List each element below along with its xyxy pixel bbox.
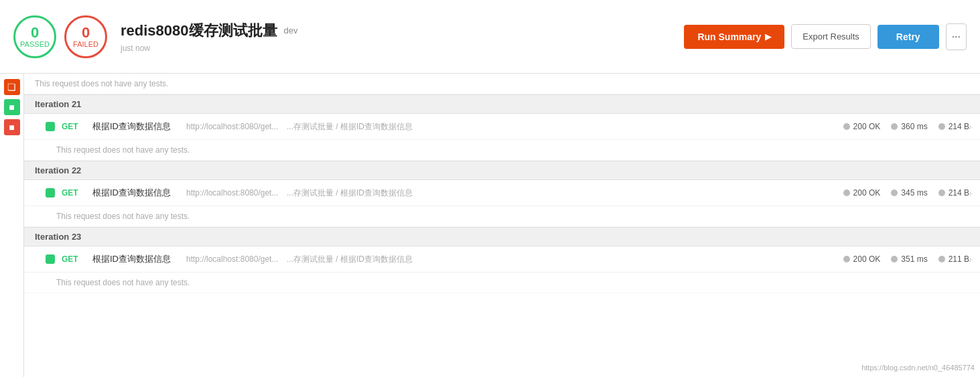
size-dot: [938, 256, 945, 262]
status-meta: 200 OK: [843, 188, 881, 198]
method-badge: GET: [62, 188, 86, 198]
time-text: 360 ms: [901, 122, 927, 131]
request-path: ...存测试批量 / 根据ID查询数据信息: [287, 254, 837, 265]
sidebar: ❏ ■ ■: [0, 74, 24, 377]
title-row: redis8080缓存测试批量 dev: [121, 21, 298, 41]
method-badge: GET: [62, 254, 86, 264]
status-text: 200 OK: [853, 188, 881, 198]
size-dot: [938, 123, 945, 130]
status-indicator: [46, 188, 55, 198]
status-meta: 200 OK: [843, 122, 881, 131]
time-text: 351 ms: [901, 254, 927, 264]
status-meta: 200 OK: [843, 254, 881, 264]
iteration-header: Iteration 23: [24, 227, 980, 246]
layout: ❏ ■ ■ This request does not have any tes…: [0, 74, 980, 377]
no-tests-message: This request does not have any tests.: [24, 273, 980, 293]
status-dot: [843, 256, 850, 262]
method-badge: GET: [62, 122, 86, 131]
size-meta: 214 B: [938, 122, 969, 131]
chevron-right-icon: ›: [969, 121, 972, 132]
status-indicator: [46, 122, 55, 131]
meta-group: 200 OK 351 ms 211 B: [843, 254, 969, 264]
request-url: http://localhost:8080/get...: [186, 254, 280, 264]
time-dot: [891, 123, 898, 130]
chevron-right-icon: ›: [969, 187, 972, 198]
size-meta: 214 B: [938, 188, 969, 198]
chevron-right-icon: ›: [969, 254, 972, 265]
status-dot: [843, 190, 850, 196]
status-text: 200 OK: [853, 254, 881, 264]
request-path: ...存测试批量 / 根据ID查询数据信息: [287, 187, 837, 199]
request-url: http://localhost:8080/get...: [186, 122, 280, 131]
timestamp: just now: [121, 44, 298, 53]
iteration-header: Iteration 21: [24, 94, 980, 114]
meta-group: 200 OK 345 ms 214 B: [843, 188, 969, 198]
run-summary-button[interactable]: Run Summary ▶: [684, 25, 784, 49]
main-content: This request does not have any tests. It…: [24, 74, 980, 377]
watermark: https://blog.csdn.net/n0_46485774: [861, 364, 975, 372]
request-row[interactable]: GET 根据ID查询数据信息 http://localhost:8080/get…: [24, 114, 980, 140]
request-name: 根据ID查询数据信息: [92, 121, 180, 133]
passed-count: 0: [31, 25, 39, 40]
run-summary-arrow-icon: ▶: [765, 32, 771, 42]
request-name: 根据ID查询数据信息: [92, 253, 180, 265]
time-meta: 345 ms: [891, 188, 927, 198]
request-path: ...存测试批量 / 根据ID查询数据信息: [287, 121, 837, 133]
request-row[interactable]: GET 根据ID查询数据信息 http://localhost:8080/get…: [24, 180, 980, 206]
request-row[interactable]: GET 根据ID查询数据信息 http://localhost:8080/get…: [24, 246, 980, 273]
status-text: 200 OK: [853, 122, 881, 131]
failed-badge: 0 FAILED: [64, 15, 107, 58]
size-meta: 211 B: [938, 254, 969, 264]
time-dot: [891, 256, 898, 262]
sidebar-icon-failed[interactable]: ■: [4, 119, 20, 135]
export-results-button[interactable]: Export Results: [791, 24, 871, 49]
failed-label: FAILED: [73, 40, 98, 48]
size-dot: [938, 190, 945, 196]
no-tests-message: This request does not have any tests.: [24, 206, 980, 227]
size-text: 214 B: [949, 188, 969, 198]
failed-count: 0: [82, 25, 90, 40]
sidebar-icon-passed[interactable]: ■: [4, 99, 20, 115]
time-meta: 360 ms: [891, 122, 927, 131]
iteration-header: Iteration 22: [24, 161, 980, 180]
header: 0 PASSED 0 FAILED redis8080缓存测试批量 dev ju…: [0, 0, 980, 74]
time-meta: 351 ms: [891, 254, 927, 264]
sidebar-icon-collection[interactable]: ❏: [4, 79, 20, 95]
env-tag: dev: [284, 25, 298, 35]
retry-button[interactable]: Retry: [878, 25, 939, 49]
meta-group: 200 OK 360 ms 214 B: [843, 122, 969, 131]
size-text: 214 B: [949, 122, 969, 131]
size-text: 211 B: [949, 254, 969, 264]
top-no-tests-message: This request does not have any tests.: [24, 74, 980, 94]
request-url: http://localhost:8080/get...: [186, 188, 280, 198]
time-text: 345 ms: [901, 188, 927, 198]
time-dot: [891, 190, 898, 196]
passed-badge: 0 PASSED: [13, 15, 56, 58]
passed-label: PASSED: [20, 40, 50, 48]
iterations-container: Iteration 21 GET 根据ID查询数据信息 http://local…: [24, 94, 980, 293]
status-dot: [843, 123, 850, 130]
no-tests-message: This request does not have any tests.: [24, 140, 980, 161]
request-name: 根据ID查询数据信息: [92, 187, 180, 199]
more-button[interactable]: ···: [946, 23, 967, 50]
badge-group: 0 PASSED 0 FAILED: [13, 15, 107, 58]
collection-name: redis8080缓存测试批量: [121, 21, 277, 41]
status-indicator: [46, 254, 55, 264]
header-actions: Run Summary ▶ Export Results Retry ···: [684, 23, 967, 50]
title-block: redis8080缓存测试批量 dev just now: [121, 21, 298, 53]
